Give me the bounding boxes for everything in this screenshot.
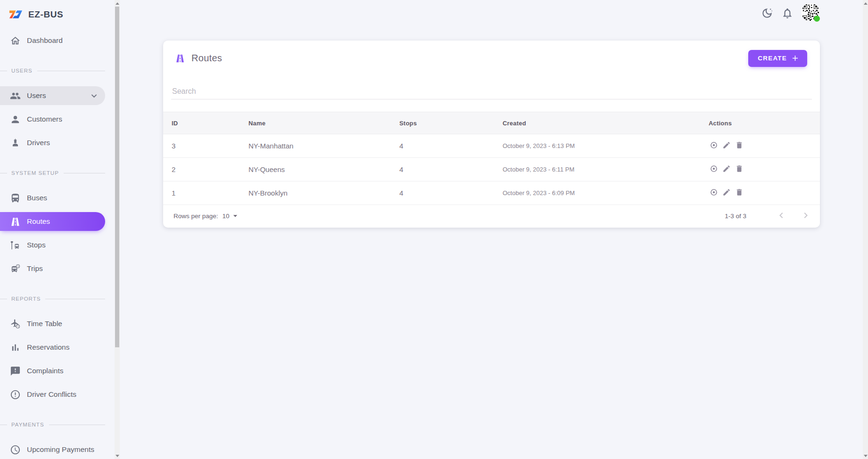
card-header: Routes CREATE: [163, 41, 820, 66]
sidebar-item-dashboard[interactable]: Dashboard: [0, 31, 105, 50]
column-header-id: ID: [163, 120, 240, 127]
bell-icon: [781, 14, 794, 21]
edit-button[interactable]: [721, 164, 732, 175]
home-icon: [10, 35, 21, 46]
table-row: 1NY-Brooklyn4October 9, 2023 - 6:09 PM: [163, 181, 820, 205]
section-label: SYSTEM SETUP: [11, 170, 59, 176]
driver-icon: [10, 138, 21, 148]
user-avatar[interactable]: [802, 3, 819, 21]
moon-icon: [761, 14, 773, 21]
pagination: 1-3 of 3: [725, 210, 811, 222]
delete-button[interactable]: [734, 164, 744, 175]
table-footer: Rows per page: 10 1-3 of 3: [163, 205, 820, 227]
table-row: 3NY-Manhattan4October 9, 2023 - 6:13 PM: [163, 134, 820, 158]
sidebar-item-drivers[interactable]: Drivers: [0, 133, 105, 152]
sidebar-item-users[interactable]: Users: [0, 86, 105, 105]
routes-card: Routes CREATE IDNameStopsCreatedActions …: [163, 41, 820, 228]
sidebar-item-label: Reservations: [27, 343, 69, 352]
sidebar-item-stops[interactable]: Stops: [0, 236, 105, 254]
sidebar-item-label: Customers: [27, 115, 62, 123]
rows-per-page-value: 10: [223, 213, 230, 220]
bar-chart-icon: [10, 342, 21, 353]
dark-mode-toggle[interactable]: [761, 7, 774, 20]
eye-icon: [710, 141, 718, 151]
cell-created: October 9, 2023 - 6:09 PM: [494, 189, 700, 197]
notifications-button[interactable]: [781, 7, 794, 20]
search-wrap: [171, 81, 812, 99]
eye-icon: [710, 164, 718, 174]
column-header-actions: Actions: [700, 120, 820, 127]
cell-created: October 9, 2023 - 6:13 PM: [494, 142, 700, 149]
road-icon: [10, 216, 21, 227]
sidebar-scrollbar-thumb[interactable]: [115, 7, 119, 347]
rows-per-page-label: Rows per page:: [174, 213, 218, 220]
view-button[interactable]: [709, 164, 719, 175]
table-body: 3NY-Manhattan4October 9, 2023 - 6:13 PM2…: [163, 134, 820, 205]
sidebar-item-label: Drivers: [27, 139, 50, 147]
flight-time-icon: [10, 319, 21, 329]
sidebar-scrollbar[interactable]: [115, 0, 120, 459]
road-icon: [175, 53, 185, 64]
window-scrollbar[interactable]: [863, 0, 868, 459]
column-header-created: Created: [494, 120, 700, 127]
cell-stops: 4: [391, 165, 494, 173]
cell-actions: [700, 140, 820, 152]
sidebar-item-trips[interactable]: Trips: [0, 259, 105, 278]
chevron-right-icon: [800, 210, 811, 222]
sidebar: EZ-BUS DashboardUSERSUsersCustomersDrive…: [0, 0, 115, 459]
section-label: PAYMENTS: [11, 422, 44, 427]
scroll-down-arrow-icon[interactable]: [863, 452, 868, 459]
next-page-button[interactable]: [800, 210, 811, 222]
chevron-left-icon: [776, 210, 787, 222]
scroll-up-arrow-icon[interactable]: [115, 0, 120, 7]
scroll-down-arrow-icon[interactable]: [115, 452, 120, 459]
view-button[interactable]: [709, 140, 719, 152]
sidebar-item-label: Stops: [27, 241, 46, 249]
sidebar-item-routes[interactable]: Routes: [0, 212, 105, 231]
search-input[interactable]: [171, 81, 812, 99]
table-header-row: IDNameStopsCreatedActions: [163, 112, 820, 134]
scroll-up-arrow-icon[interactable]: [863, 0, 868, 7]
previous-page-button[interactable]: [776, 210, 787, 222]
eye-icon: [710, 188, 718, 198]
sidebar-item-buses[interactable]: Buses: [0, 189, 105, 207]
view-button[interactable]: [709, 187, 719, 199]
sidebar-item-driver-conflicts[interactable]: Driver Conflicts: [0, 385, 105, 404]
sidebar-item-label: Routes: [27, 217, 50, 226]
trash-icon: [735, 164, 744, 174]
column-header-name: Name: [240, 120, 391, 127]
sidebar-item-customers[interactable]: Customers: [0, 110, 105, 129]
sidebar-section-system-setup: SYSTEM SETUP: [0, 169, 115, 177]
trash-icon: [735, 141, 744, 151]
sidebar-item-label: Driver Conflicts: [27, 390, 76, 399]
edit-button[interactable]: [721, 140, 732, 152]
error-circle-icon: [10, 389, 21, 400]
sidebar-item-upcoming-payments[interactable]: Upcoming Payments: [0, 440, 105, 459]
sidebar-item-reservations[interactable]: Reservations: [0, 338, 105, 357]
sidebar-section-reports: REPORTS: [0, 295, 115, 303]
cell-stops: 4: [391, 142, 494, 150]
edit-button[interactable]: [721, 187, 732, 199]
delete-button[interactable]: [734, 187, 744, 199]
column-header-stops: Stops: [391, 120, 494, 127]
cell-actions: [700, 164, 820, 175]
delete-button[interactable]: [734, 140, 744, 152]
create-button[interactable]: CREATE: [748, 50, 807, 67]
app-logo[interactable]: EZ-BUS: [0, 0, 115, 24]
plus-icon: [791, 54, 800, 63]
pencil-icon: [722, 164, 731, 174]
sidebar-nav: DashboardUSERSUsersCustomersDriversSYSTE…: [0, 31, 115, 459]
app-title: EZ-BUS: [28, 9, 63, 20]
sidebar-item-complaints[interactable]: Complaints: [0, 361, 105, 380]
sidebar-item-label: Time Table: [27, 320, 62, 328]
sidebar-item-label: Users: [27, 91, 46, 100]
clock-icon: [10, 444, 21, 455]
sidebar-item-time-table[interactable]: Time Table: [0, 314, 105, 333]
rows-per-page-control[interactable]: Rows per page: 10: [174, 211, 240, 221]
feedback-icon: [10, 366, 21, 377]
cell-name: NY-Brooklyn: [240, 189, 391, 197]
pagination-range-label: 1-3 of 3: [725, 213, 746, 220]
chevron-down-icon: [89, 90, 99, 101]
cell-name: NY-Queens: [240, 165, 391, 173]
cell-id: 1: [163, 189, 240, 197]
